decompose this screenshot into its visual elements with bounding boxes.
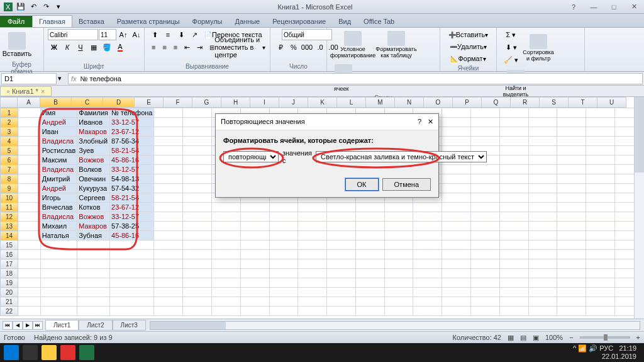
cell[interactable]: Игорь — [40, 193, 77, 203]
cell[interactable]: Вожжов — [77, 156, 110, 165]
cell[interactable] — [77, 240, 110, 250]
cell[interactable] — [442, 297, 471, 307]
cell[interactable] — [298, 288, 327, 297]
cell[interactable] — [154, 193, 183, 203]
cell[interactable] — [413, 203, 442, 212]
col-header-L[interactable]: L — [337, 97, 366, 108]
cell[interactable] — [413, 288, 442, 297]
cell[interactable] — [384, 288, 413, 297]
zoom-slider-thumb[interactable] — [604, 334, 608, 341]
cell[interactable] — [557, 118, 586, 127]
cell[interactable]: 45-86-16 — [110, 156, 154, 165]
align-mid-icon[interactable]: ≡ — [162, 29, 174, 40]
cell[interactable] — [154, 222, 183, 231]
cell[interactable]: 33-12-57 — [110, 212, 154, 222]
border-icon[interactable]: ▦ — [87, 42, 100, 53]
cell[interactable] — [183, 118, 212, 127]
name-box-dropdown[interactable]: ▾ — [58, 74, 67, 82]
cell[interactable] — [183, 288, 212, 297]
cell[interactable] — [471, 127, 500, 137]
row-header[interactable]: 8 — [1, 174, 18, 184]
cell[interactable] — [154, 212, 183, 222]
ok-button[interactable]: ОК — [345, 178, 379, 191]
cell[interactable] — [183, 127, 212, 137]
cell[interactable] — [110, 297, 154, 307]
cell[interactable]: Вожжов — [77, 212, 110, 222]
cell[interactable] — [183, 203, 212, 212]
cell[interactable] — [471, 307, 500, 316]
cell[interactable] — [240, 240, 269, 250]
cell[interactable] — [528, 146, 557, 156]
row-header[interactable]: 6 — [1, 156, 18, 165]
format-table-button[interactable]: Форматировать как таблицу — [377, 29, 416, 60]
cell[interactable] — [183, 156, 212, 165]
cell[interactable]: 54-98-13 — [110, 174, 154, 184]
cell[interactable] — [384, 231, 413, 240]
cell[interactable] — [18, 174, 40, 184]
undo-icon[interactable]: ↶ — [28, 1, 39, 13]
cell[interactable]: № телефона — [110, 108, 154, 118]
cell[interactable] — [18, 222, 40, 231]
sheet-tab-1[interactable]: Лист1 — [45, 320, 79, 331]
cell[interactable] — [557, 174, 586, 184]
align-right-icon[interactable]: ≡ — [170, 42, 180, 53]
cell[interactable] — [40, 259, 77, 269]
cell[interactable] — [499, 297, 528, 307]
tab-formulas[interactable]: Формулы — [186, 16, 229, 27]
cell[interactable] — [442, 250, 471, 259]
cell[interactable] — [212, 222, 241, 231]
indent-inc-icon[interactable]: ⇥ — [194, 42, 206, 53]
cell[interactable] — [240, 307, 269, 316]
cell[interactable] — [298, 212, 327, 222]
condition-select[interactable]: повторяющиеся — [223, 151, 279, 162]
cell[interactable]: 57-54-32 — [110, 184, 154, 193]
view-layout-icon[interactable]: ▤ — [520, 334, 526, 342]
row-header[interactable]: 1 — [1, 108, 18, 118]
view-break-icon[interactable]: ▣ — [533, 334, 539, 342]
cell[interactable] — [183, 174, 212, 184]
cell[interactable] — [269, 278, 298, 288]
cell[interactable] — [499, 231, 528, 240]
underline-button[interactable]: Ч — [74, 42, 87, 53]
cell[interactable] — [18, 212, 40, 222]
system-tray[interactable]: ^ 📶 🔊 РУС 21:19 22.01.2019 — [573, 344, 640, 361]
autosum-icon[interactable]: Σ ▾ — [501, 29, 521, 41]
cell[interactable] — [298, 240, 327, 250]
cell[interactable] — [18, 240, 40, 250]
clear-icon[interactable]: 🧹 ▾ — [501, 54, 521, 66]
cell[interactable] — [269, 231, 298, 240]
cell[interactable] — [586, 165, 615, 174]
cell[interactable] — [212, 278, 241, 288]
row-header[interactable]: 9 — [1, 184, 18, 193]
cell[interactable] — [499, 259, 528, 269]
cell[interactable] — [499, 250, 528, 259]
cell[interactable] — [327, 259, 356, 269]
cell[interactable]: Зуев — [77, 146, 110, 156]
cell[interactable] — [18, 193, 40, 203]
cell[interactable] — [154, 118, 183, 127]
cell[interactable] — [18, 184, 40, 193]
cell[interactable]: Андрей — [40, 118, 77, 127]
cell[interactable] — [413, 222, 442, 231]
cell[interactable] — [18, 269, 40, 278]
cell[interactable] — [528, 108, 557, 118]
insert-cells-button[interactable]: ➕ Вставить ▾ — [445, 29, 492, 40]
tab-home[interactable]: Главная — [32, 15, 72, 27]
cell[interactable] — [154, 269, 183, 278]
select-all-corner[interactable] — [0, 97, 18, 108]
cell[interactable] — [528, 174, 557, 184]
cell[interactable] — [586, 240, 615, 250]
cell[interactable] — [413, 259, 442, 269]
col-header-K[interactable]: K — [308, 97, 337, 108]
cell[interactable] — [355, 222, 384, 231]
cell[interactable]: 57-38-25 — [110, 222, 154, 231]
cell[interactable] — [557, 137, 586, 146]
cell[interactable] — [471, 240, 500, 250]
cell[interactable] — [298, 203, 327, 212]
cell[interactable] — [528, 165, 557, 174]
cell[interactable] — [110, 269, 154, 278]
tray-sound-icon[interactable]: 🔊 — [589, 344, 597, 352]
cell[interactable] — [471, 259, 500, 269]
cell[interactable] — [18, 259, 40, 269]
paste-button[interactable]: Вставить — [4, 29, 30, 60]
